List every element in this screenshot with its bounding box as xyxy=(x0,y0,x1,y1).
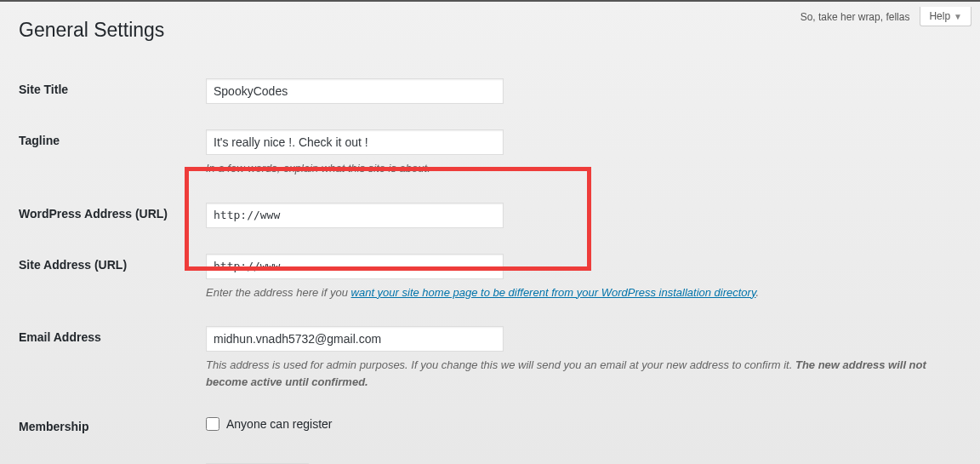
header-right: So, take her wrap, fellas Help ▼ xyxy=(801,7,971,26)
wp-url-input[interactable] xyxy=(206,203,504,228)
site-url-desc-suffix: . xyxy=(755,286,759,299)
tagline-input[interactable] xyxy=(206,129,504,155)
email-input[interactable] xyxy=(206,326,504,352)
site-title-input[interactable] xyxy=(206,78,504,104)
tagline-label: Tagline xyxy=(19,117,206,190)
membership-label: Membership xyxy=(19,403,206,450)
site-url-input[interactable] xyxy=(206,254,504,279)
tagline-description: In a few words, explain what this site i… xyxy=(206,160,963,177)
site-url-desc-prefix: Enter the address here if you xyxy=(206,286,351,299)
toast-text: So, take her wrap, fellas xyxy=(801,11,910,23)
membership-checkbox-label[interactable]: Anyone can register xyxy=(206,417,963,431)
email-label: Email Address xyxy=(19,313,206,403)
help-label: Help xyxy=(929,10,950,22)
membership-checkbox[interactable] xyxy=(206,417,219,431)
main-content: General Settings Site Title Tagline In a… xyxy=(0,0,980,464)
site-url-label: Site Address (URL) xyxy=(19,241,206,314)
site-url-description: Enter the address here if you want your … xyxy=(206,284,963,301)
wp-url-label: WordPress Address (URL) xyxy=(19,190,206,241)
chevron-down-icon: ▼ xyxy=(954,12,962,21)
top-border xyxy=(0,0,980,2)
help-button[interactable]: Help ▼ xyxy=(920,7,971,26)
site-title-label: Site Title xyxy=(19,66,206,117)
membership-checkbox-text: Anyone can register xyxy=(226,417,333,431)
default-role-label: New User Default Role xyxy=(19,450,206,464)
site-url-desc-link[interactable]: want your site home page to be different… xyxy=(351,286,756,299)
email-desc-text: This address is used for admin purposes.… xyxy=(206,358,795,371)
email-description: This address is used for admin purposes.… xyxy=(206,357,963,390)
settings-form: Site Title Tagline In a few words, expla… xyxy=(19,66,963,464)
